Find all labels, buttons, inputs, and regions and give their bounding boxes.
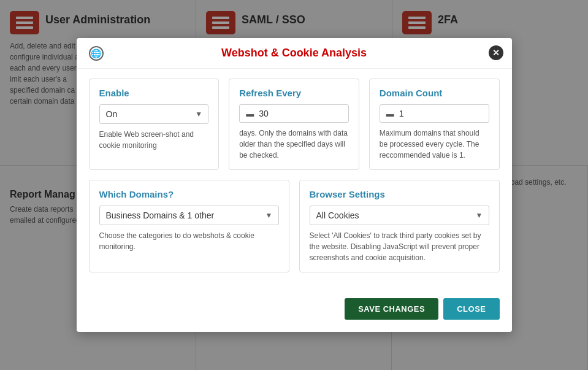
modal-overlay: 🌐 Webshot & Cookie Analysis ✕ Enable On … xyxy=(0,0,588,370)
modal-title: Webshot & Cookie Analysis xyxy=(221,47,367,60)
refresh-input[interactable] xyxy=(259,109,342,118)
modal-footer: SAVE CHANGES CLOSE xyxy=(77,292,512,320)
settings-row-2: Which Domains? Business Domains & 1 othe… xyxy=(89,180,500,272)
browser-settings-label: Browser Settings xyxy=(310,189,489,199)
browser-settings-card: Browser Settings All Cookies First Party… xyxy=(299,180,500,272)
refresh-input-icon: ▬ xyxy=(246,109,254,118)
refresh-description: days. Only the domains with data older t… xyxy=(239,128,349,161)
webshot-cookie-modal: 🌐 Webshot & Cookie Analysis ✕ Enable On … xyxy=(77,38,512,332)
enable-description: Enable Web screen-shot and cookie monito… xyxy=(99,129,209,151)
enable-card: Enable On Off ▼ Enable Web screen-shot a… xyxy=(89,79,220,170)
browser-settings-description: Select 'All Cookies' to track third part… xyxy=(310,230,489,263)
enable-select[interactable]: On Off xyxy=(99,104,209,124)
save-changes-button[interactable]: SAVE CHANGES xyxy=(345,298,438,320)
modal-close-x-button[interactable]: ✕ xyxy=(489,45,503,60)
domain-count-description: Maximum domains that should be processed… xyxy=(380,128,489,161)
which-domains-description: Choose the categories to do webshots & c… xyxy=(99,230,279,252)
which-domains-select-wrapper: Business Domains & 1 other All Domains B… xyxy=(99,206,279,225)
domain-count-input-icon: ▬ xyxy=(386,109,394,118)
which-domains-label: Which Domains? xyxy=(99,189,279,199)
domain-count-card: Domain Count ▬ Maximum domains that shou… xyxy=(369,79,500,170)
which-domains-card: Which Domains? Business Domains & 1 othe… xyxy=(89,180,289,272)
enable-label: Enable xyxy=(99,88,209,98)
refresh-input-wrapper: ▬ xyxy=(239,104,349,123)
modal-header: 🌐 Webshot & Cookie Analysis ✕ xyxy=(77,38,512,69)
refresh-card: Refresh Every ▬ days. Only the domains w… xyxy=(229,79,359,170)
globe-icon: 🌐 xyxy=(89,46,104,61)
enable-select-wrapper: On Off ▼ xyxy=(99,104,209,124)
modal-body: Enable On Off ▼ Enable Web screen-shot a… xyxy=(77,69,512,292)
settings-row-1: Enable On Off ▼ Enable Web screen-shot a… xyxy=(89,79,500,170)
domain-count-label: Domain Count xyxy=(380,88,489,98)
domain-count-input[interactable] xyxy=(399,109,483,118)
refresh-label: Refresh Every xyxy=(239,88,349,98)
close-button[interactable]: CLOSE xyxy=(443,298,499,320)
which-domains-select[interactable]: Business Domains & 1 other All Domains B… xyxy=(99,206,279,225)
domain-count-input-wrapper: ▬ xyxy=(380,104,489,123)
browser-settings-select[interactable]: All Cookies First Party Only None xyxy=(310,206,489,225)
browser-settings-select-wrapper: All Cookies First Party Only None ▼ xyxy=(310,206,489,225)
